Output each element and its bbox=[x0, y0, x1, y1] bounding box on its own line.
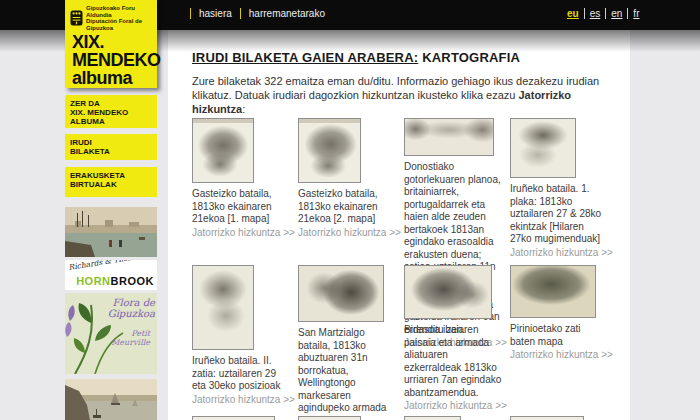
map-thumbnail[interactable] bbox=[510, 416, 584, 420]
map-thumbnail-pirinioak[interactable] bbox=[510, 265, 596, 318]
harbor-painting-art bbox=[65, 207, 157, 257]
result-item bbox=[192, 416, 298, 420]
sidebar-item-erakusketa-birtualak[interactable]: ERAKUSKETA BIRTUALAK bbox=[65, 167, 157, 197]
flora-author-text: Petit Meurville bbox=[111, 330, 150, 347]
result-item bbox=[510, 416, 616, 420]
hornbrook-script-text: Richards & Thomas bbox=[68, 260, 143, 272]
map-thumbnail-irunea-1[interactable] bbox=[510, 118, 576, 178]
result-item: Iruñeko bataila. II. zatia: uztailaren 2… bbox=[192, 265, 298, 420]
gfa-logo-line-es: Diputación Foral de Gipuzkoa bbox=[86, 18, 154, 31]
gfa-logo-line-eu: Gipuzkoako Foru Aldundia bbox=[86, 5, 154, 18]
sidebar-item-irudi-bilaketa[interactable]: IRUDI BILAKETA bbox=[65, 134, 157, 160]
lang-en[interactable]: en bbox=[605, 8, 627, 19]
original-language-link[interactable]: Jatorrizko hizkuntza >> bbox=[510, 247, 616, 258]
result-caption: Iruñeko bataila. II. zatia: uztailaren 2… bbox=[192, 355, 290, 393]
flora-author-line2: Meurville bbox=[111, 339, 150, 348]
lang-es[interactable]: es bbox=[584, 8, 606, 19]
original-language-link[interactable]: Jatorrizko hizkuntza >> bbox=[510, 349, 616, 360]
result-caption: Iruñeko bataila. 1. plaka: 1813ko uztail… bbox=[510, 183, 608, 246]
result-caption: Bidasoa ibaiaren paisaia eta armada alia… bbox=[404, 324, 502, 399]
result-item: Pirinioetako zati baten mapa Jatorrizko … bbox=[510, 265, 616, 420]
results-row-3-cutoff bbox=[192, 416, 616, 420]
album-page: hasieraharremanetarako euesenfr IRUDI BI… bbox=[0, 0, 700, 420]
sidebar: Gipuzkoako Foru Aldundia Diputación Fora… bbox=[65, 0, 157, 420]
map-thumbnail[interactable] bbox=[404, 416, 461, 420]
nav-harremanetarako[interactable]: harremanetarako bbox=[240, 8, 333, 19]
page-title-category: IRUDI BILAKETA GAIEN ARABERA: bbox=[192, 50, 418, 65]
results-summary-colon: : bbox=[242, 103, 245, 115]
lang-eu[interactable]: eu bbox=[562, 8, 584, 19]
results-row-2: Iruñeko bataila. II. zatia: uztailaren 2… bbox=[192, 265, 616, 420]
menu-line: ZER DA bbox=[70, 99, 152, 108]
hornbrook-banner[interactable]: Richards & Thomas HORNBROOK bbox=[65, 260, 157, 290]
flora-banner[interactable]: Flora de Gipuzkoa Petit Meurville bbox=[65, 293, 157, 374]
map-thumbnail-gasteiz-2[interactable] bbox=[298, 118, 361, 183]
map-thumbnail-san-martzial[interactable] bbox=[298, 265, 384, 322]
brand-block[interactable]: Gipuzkoako Foru Aldundia Diputación Fora… bbox=[65, 0, 157, 88]
original-language-link[interactable]: Jatorrizko hizkuntza >> bbox=[404, 400, 510, 411]
map-thumbnail-donostia[interactable] bbox=[404, 118, 494, 156]
map-thumbnail-bidasoa[interactable] bbox=[404, 265, 492, 319]
sidebar-item-zer-da[interactable]: ZER DA XIX. MENDEKO ALBUMA bbox=[65, 95, 157, 128]
gfa-logo: Gipuzkoako Foru Aldundia Diputación Fora… bbox=[65, 0, 157, 33]
flora-title-line2: Gipuzkoa bbox=[108, 309, 155, 320]
map-thumbnail[interactable] bbox=[298, 416, 361, 420]
results-summary: Zure bilaketak 322 emaitza eman du/ditu.… bbox=[192, 74, 606, 116]
nav-hasiera[interactable]: hasiera bbox=[190, 8, 240, 19]
gfa-shield-icon bbox=[70, 10, 83, 26]
site-title-line2: MENDEKO bbox=[72, 51, 157, 69]
site-title-line3: albuma bbox=[72, 69, 157, 87]
menu-line: ALBUMA bbox=[70, 117, 152, 126]
original-language-link[interactable]: Jatorrizko hizkuntza >> bbox=[298, 227, 404, 238]
menu-line: IRUDI bbox=[70, 138, 152, 147]
map-thumbnail[interactable] bbox=[192, 416, 275, 420]
original-language-link[interactable]: Jatorrizko hizkuntza >> bbox=[192, 394, 298, 405]
map-thumbnail-gasteiz-1[interactable] bbox=[192, 118, 254, 183]
seascape-painting-thumbnail bbox=[65, 379, 157, 420]
language-switcher: euesenfr bbox=[562, 8, 644, 19]
menu-line: BIRTUALAK bbox=[70, 180, 152, 189]
hornbrook-green-text: HORN bbox=[76, 275, 110, 287]
page-title-topic: KARTOGRAFIA bbox=[422, 50, 520, 65]
menu-line: BILAKETA bbox=[70, 147, 152, 156]
gfa-logo-text: Gipuzkoako Foru Aldundia Diputación Fora… bbox=[86, 5, 154, 31]
result-caption: Gasteizko bataila, 1813ko ekainaren 21ek… bbox=[192, 188, 290, 226]
original-language-link[interactable]: Jatorrizko hizkuntza >> bbox=[192, 227, 298, 238]
result-item: Bidasoa ibaiaren paisaia eta armada alia… bbox=[404, 265, 510, 420]
flora-title-text: Flora de Gipuzkoa bbox=[108, 298, 155, 319]
menu-line: ERAKUSKETA bbox=[70, 171, 152, 180]
seascape-art bbox=[65, 379, 157, 420]
result-item: San Martzialgo bataila, 1813ko abuztuare… bbox=[298, 265, 404, 420]
hornbrook-wordmark: HORNBROOK bbox=[76, 275, 154, 287]
menu-line: XIX. MENDEKO bbox=[70, 108, 152, 117]
map-thumbnail-irunea-2[interactable] bbox=[192, 265, 254, 350]
hornbrook-black-text: BROOK bbox=[111, 275, 154, 287]
flora-title-line1: Flora de bbox=[108, 298, 155, 309]
result-caption: San Martzialgo bataila, 1813ko abuztuare… bbox=[298, 327, 396, 420]
main-content: IRUDI BILAKETA GAIEN ARABERA: KARTOGRAFI… bbox=[168, 30, 630, 420]
site-title: XIX. MENDEKO albuma bbox=[65, 33, 157, 87]
harbor-painting-thumbnail bbox=[65, 207, 157, 257]
result-item bbox=[298, 416, 404, 420]
result-caption: Gasteizko bataila, 1813ko ekainaren 21ek… bbox=[298, 188, 396, 226]
result-item bbox=[404, 416, 510, 420]
lang-fr[interactable]: fr bbox=[627, 8, 644, 19]
site-title-line1: XIX. bbox=[72, 33, 157, 51]
top-nav: hasieraharremanetarako bbox=[190, 8, 333, 19]
result-caption: Pirinioetako zati baten mapa bbox=[510, 323, 608, 348]
page-title: IRUDI BILAKETA GAIEN ARABERA: KARTOGRAFI… bbox=[192, 50, 630, 65]
